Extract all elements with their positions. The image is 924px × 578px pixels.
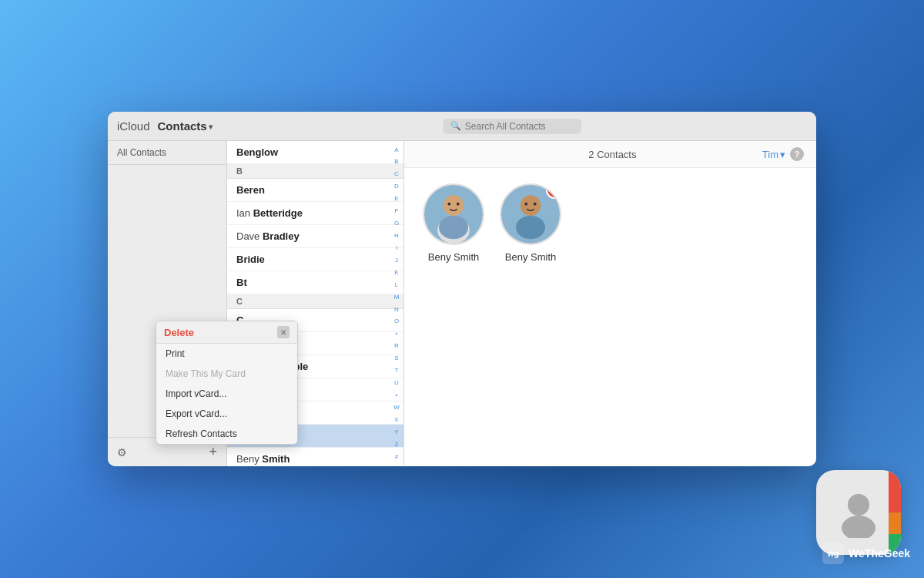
context-menu-print[interactable]: Print: [156, 344, 297, 364]
app-name-label: Contacts: [158, 119, 207, 133]
app-icon-stripe-red: [889, 470, 901, 512]
svg-point-1: [444, 195, 464, 216]
cards-grid: Beny Smith ✕: [404, 168, 816, 278]
wg-logo: wg: [822, 543, 844, 564]
contacts-chevron-icon: ▾: [209, 123, 213, 131]
contact-card[interactable]: ✕ Beny Smith: [500, 183, 561, 263]
search-icon: 🔍: [450, 121, 461, 131]
svg-point-3: [439, 216, 468, 239]
add-contact-button[interactable]: +: [209, 444, 217, 460]
search-input[interactable]: [465, 121, 565, 132]
user-chevron-icon: ▾: [780, 149, 785, 160]
svg-point-10: [534, 203, 537, 206]
list-item[interactable]: Benglow: [227, 141, 403, 164]
contact-card[interactable]: Beny Smith: [423, 183, 484, 263]
svg-point-5: [457, 203, 460, 206]
delete-badge-icon[interactable]: ✕: [546, 183, 561, 199]
context-menu-close-button[interactable]: ✕: [277, 326, 290, 338]
search-bar-wrap: 🔍: [217, 119, 807, 134]
context-menu-export[interactable]: Export vCard...: [156, 404, 297, 424]
list-item[interactable]: Dave Bradley: [227, 225, 403, 248]
list-item[interactable]: Bridie: [227, 248, 403, 271]
brand-label: WeTheGeek: [849, 547, 910, 560]
help-button[interactable]: ?: [790, 147, 804, 161]
context-menu-make-my-card: Make This My Card: [156, 364, 297, 384]
app-icon-person-svg: [834, 488, 884, 538]
title-bar-brand: iCloud Contacts ▾: [117, 118, 217, 134]
settings-button[interactable]: ⚙: [117, 446, 127, 459]
context-menu-refresh[interactable]: Refresh Contacts: [156, 424, 297, 444]
list-item[interactable]: Ian Betteridge: [227, 202, 403, 225]
detail-header: 2 Contacts Tim ▾ ?: [404, 141, 816, 168]
svg-point-12: [842, 516, 875, 538]
list-item[interactable]: Beny Smith: [227, 448, 403, 466]
alphabet-index: A B C D E F G H I J K L M N O • R S T U: [391, 141, 402, 466]
close-icon: ✕: [280, 328, 286, 337]
contact-avatar: [423, 183, 484, 245]
context-menu-delete-label[interactable]: Delete: [164, 327, 194, 338]
sidebar-item-all-contacts[interactable]: All Contacts: [108, 141, 226, 165]
svg-point-9: [524, 203, 527, 206]
sidebar: All Contacts Delete ✕ Print Make This My…: [108, 141, 227, 466]
icloud-label: iCloud: [117, 119, 150, 133]
list-item[interactable]: Beren: [227, 179, 403, 202]
svg-point-8: [516, 216, 545, 239]
main-content: All Contacts Delete ✕ Print Make This My…: [108, 141, 816, 466]
list-item[interactable]: Bt: [227, 271, 403, 294]
card-name: Beny Smith: [505, 251, 556, 263]
svg-point-4: [447, 203, 450, 206]
section-header-b: B: [227, 164, 403, 179]
card-name: Beny Smith: [428, 251, 479, 263]
svg-point-11: [848, 494, 869, 516]
app-window: iCloud Contacts ▾ 🔍 All Contacts Delete: [108, 112, 816, 466]
gear-icon: ⚙: [117, 446, 127, 459]
contact-avatar: ✕: [500, 183, 561, 245]
user-label: Tim: [762, 149, 778, 160]
title-bar: iCloud Contacts ▾ 🔍: [108, 112, 816, 141]
svg-point-7: [521, 195, 541, 216]
context-menu: Delete ✕ Print Make This My Card Import …: [156, 321, 298, 445]
user-button[interactable]: Tim ▾: [762, 149, 785, 160]
context-menu-header: Delete ✕: [156, 321, 297, 344]
watermark: wg WeTheGeek: [822, 543, 910, 564]
section-header-c: C: [227, 294, 403, 309]
context-menu-import[interactable]: Import vCard...: [156, 384, 297, 404]
search-bar: 🔍: [443, 119, 581, 134]
app-icon-stripe-orange: [889, 512, 901, 534]
contacts-app-button[interactable]: Contacts ▾: [153, 118, 217, 134]
contact-count: 2 Contacts: [463, 149, 762, 160]
plus-icon: +: [209, 444, 217, 459]
detail-panel: 2 Contacts Tim ▾ ?: [404, 141, 816, 466]
